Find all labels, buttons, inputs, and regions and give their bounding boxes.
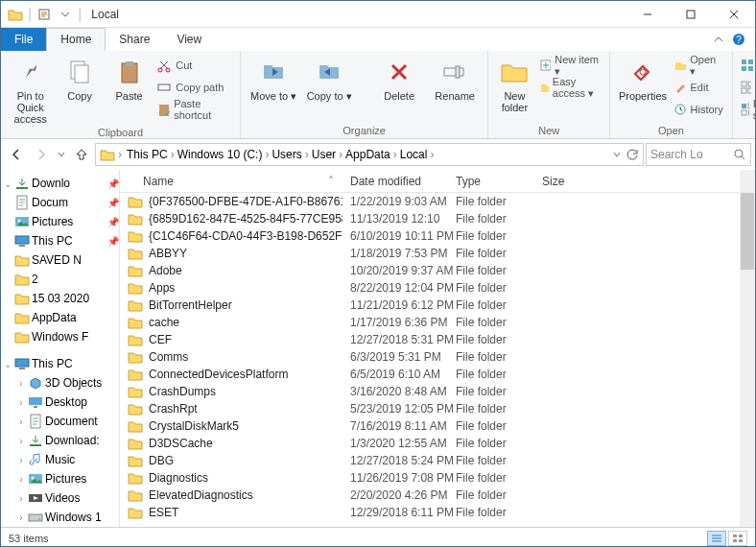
tree-item[interactable]: ›Windows 1 xyxy=(1,508,119,527)
copy-to-button[interactable]: Copy to ▾ xyxy=(304,55,354,102)
help-icon[interactable]: ? xyxy=(732,33,745,46)
address-bar[interactable]: › This PC›Windows 10 (C:)›Users›User›App… xyxy=(95,143,644,166)
tree-item[interactable]: ›Videos xyxy=(1,488,119,508)
expand-icon[interactable]: ⌄ xyxy=(3,178,12,189)
tree-item[interactable]: ›Music xyxy=(1,450,119,469)
minimize-button[interactable] xyxy=(626,1,669,28)
cut-button[interactable]: Cut xyxy=(156,55,232,76)
breadcrumb-segment[interactable]: Local xyxy=(398,148,430,161)
tree-item[interactable]: Windows F xyxy=(1,327,119,346)
breadcrumb-segment[interactable]: AppData xyxy=(343,148,392,161)
back-button[interactable] xyxy=(5,143,28,166)
chevron-right-icon[interactable]: › xyxy=(170,148,176,161)
history-button[interactable]: History xyxy=(673,99,724,120)
expand-icon[interactable]: › xyxy=(16,397,26,408)
select-all-button[interactable]: Select all xyxy=(741,55,756,76)
scrollbar-thumb[interactable] xyxy=(741,193,754,270)
file-row[interactable]: cache1/17/2019 6:36 PMFile folder xyxy=(120,314,755,331)
file-row[interactable]: Adobe10/20/2019 9:37 AMFile folder xyxy=(120,262,755,279)
tree-item[interactable]: Pictures📌 xyxy=(1,212,119,231)
delete-button[interactable]: Delete xyxy=(374,55,424,102)
tree-item[interactable]: SAVED N xyxy=(1,250,119,270)
column-size[interactable]: Size xyxy=(534,175,602,188)
file-row[interactable]: ABBYY1/18/2019 7:53 PMFile folder xyxy=(120,245,755,262)
file-row[interactable]: CrystalDiskMark57/16/2019 8:11 AMFile fo… xyxy=(120,417,755,435)
column-name[interactable]: Name ˄ xyxy=(120,175,343,188)
large-icons-view-button[interactable] xyxy=(728,531,747,546)
move-to-button[interactable]: Move to ▾ xyxy=(248,55,298,102)
tree-item[interactable]: Docum📌 xyxy=(1,193,119,212)
breadcrumb-segment[interactable]: This PC xyxy=(125,148,170,161)
file-row[interactable]: BitTorrentHelper11/21/2019 6:12 PMFile f… xyxy=(120,297,755,314)
paste-button[interactable]: Paste xyxy=(107,55,151,102)
column-type[interactable]: Type xyxy=(448,175,534,188)
file-row[interactable]: D3DSCache1/3/2020 12:55 AMFile folder xyxy=(120,435,755,452)
recent-locations-button[interactable] xyxy=(55,143,68,166)
search-input[interactable]: Search Lo xyxy=(646,143,751,166)
tree-item[interactable]: ›3D Objects xyxy=(1,373,119,392)
expand-icon[interactable]: › xyxy=(16,474,26,485)
breadcrumb-segment[interactable]: Users xyxy=(270,148,303,161)
file-row[interactable]: {C1C46F64-CDA0-44F3-B198-D652F918E46/10/… xyxy=(120,227,755,245)
tree-item[interactable]: ›Desktop xyxy=(1,392,119,412)
tree-item[interactable]: ›Document xyxy=(1,412,119,431)
copy-button[interactable]: Copy xyxy=(58,55,101,102)
file-row[interactable]: Comms6/3/2019 5:31 PMFile folder xyxy=(120,348,755,366)
file-row[interactable]: CrashRpt5/23/2019 12:05 PMFile folder xyxy=(120,400,755,417)
file-row[interactable]: ElevatedDiagnostics2/20/2020 4:26 PMFile… xyxy=(120,487,755,504)
tree-this-pc[interactable]: ⌄ This PC xyxy=(1,354,119,373)
select-none-button[interactable]: Select none xyxy=(741,77,756,98)
tab-file[interactable]: File xyxy=(1,28,46,51)
forward-button[interactable] xyxy=(30,143,53,166)
file-row[interactable]: Diagnostics11/26/2019 7:08 PMFile folder xyxy=(120,469,755,487)
expand-icon[interactable]: › xyxy=(16,512,26,523)
tree-item[interactable]: ⌄Downlo📌 xyxy=(1,174,119,193)
file-row[interactable]: ESET12/29/2018 6:11 PMFile folder xyxy=(120,504,755,521)
rename-button[interactable]: Rename xyxy=(430,55,480,102)
chevron-down-icon[interactable] xyxy=(612,150,622,159)
file-row[interactable]: {0F376500-DFBE-47DE-A1F0-B86761A82B1/22/… xyxy=(120,193,755,210)
open-button[interactable]: Open ▾ xyxy=(673,55,724,76)
file-row[interactable]: ConnectedDevicesPlatform6/5/2019 6:10 AM… xyxy=(120,366,755,383)
new-item-button[interactable]: New item ▾ xyxy=(539,55,602,76)
maximize-button[interactable] xyxy=(669,1,712,28)
expand-icon[interactable]: › xyxy=(16,416,26,427)
details-view-button[interactable] xyxy=(707,531,726,546)
invert-selection-button[interactable]: Invert selection xyxy=(741,99,756,120)
copy-path-button[interactable]: Copy path xyxy=(156,77,232,98)
chevron-right-icon[interactable]: › xyxy=(392,148,398,161)
column-date[interactable]: Date modified xyxy=(343,175,448,188)
easy-access-button[interactable]: Easy access ▾ xyxy=(539,77,602,98)
breadcrumb-segment[interactable]: User xyxy=(310,148,338,161)
chevron-down-icon[interactable] xyxy=(57,6,74,23)
collapse-ribbon-icon[interactable] xyxy=(713,34,724,45)
file-row[interactable]: CrashDumps3/16/2020 8:48 AMFile folder xyxy=(120,383,755,400)
properties-icon[interactable] xyxy=(35,6,53,23)
file-row[interactable]: DBG12/27/2018 5:24 PMFile folder xyxy=(120,452,755,469)
breadcrumb-segment[interactable]: Windows 10 (C:) xyxy=(176,148,265,161)
refresh-button[interactable] xyxy=(626,148,639,161)
tree-item[interactable]: 15 03 2020 xyxy=(1,289,119,308)
file-row[interactable]: Apps8/22/2019 12:04 PMFile folder xyxy=(120,279,755,297)
tree-item[interactable]: This PC📌 xyxy=(1,231,119,250)
vertical-scrollbar[interactable] xyxy=(740,170,755,527)
tree-item[interactable]: AppData xyxy=(1,308,119,327)
file-list[interactable]: Name ˄ Date modified Type Size {0F376500… xyxy=(120,170,755,527)
file-row[interactable]: CEF12/27/2018 5:31 PMFile folder xyxy=(120,331,755,348)
pin-to-quick-access-button[interactable]: Pin to Quick access xyxy=(9,55,52,125)
expand-icon[interactable]: › xyxy=(16,455,26,465)
properties-button[interactable]: Properties xyxy=(618,55,667,102)
up-button[interactable] xyxy=(70,143,93,166)
tree-item[interactable]: ›Download: xyxy=(1,431,119,450)
tab-home[interactable]: Home xyxy=(46,28,106,51)
expand-icon[interactable]: ⌄ xyxy=(3,359,12,369)
tree-item[interactable]: 2 xyxy=(1,270,119,289)
new-folder-button[interactable]: New folder xyxy=(496,55,533,113)
tree-item[interactable]: ›Pictures xyxy=(1,469,119,488)
expand-icon[interactable]: › xyxy=(16,493,26,504)
expand-icon[interactable]: › xyxy=(16,378,26,389)
paste-shortcut-button[interactable]: Paste shortcut xyxy=(156,99,232,120)
close-button[interactable] xyxy=(712,1,755,28)
chevron-right-icon[interactable]: › xyxy=(117,148,123,161)
chevron-right-icon[interactable]: › xyxy=(304,148,310,161)
